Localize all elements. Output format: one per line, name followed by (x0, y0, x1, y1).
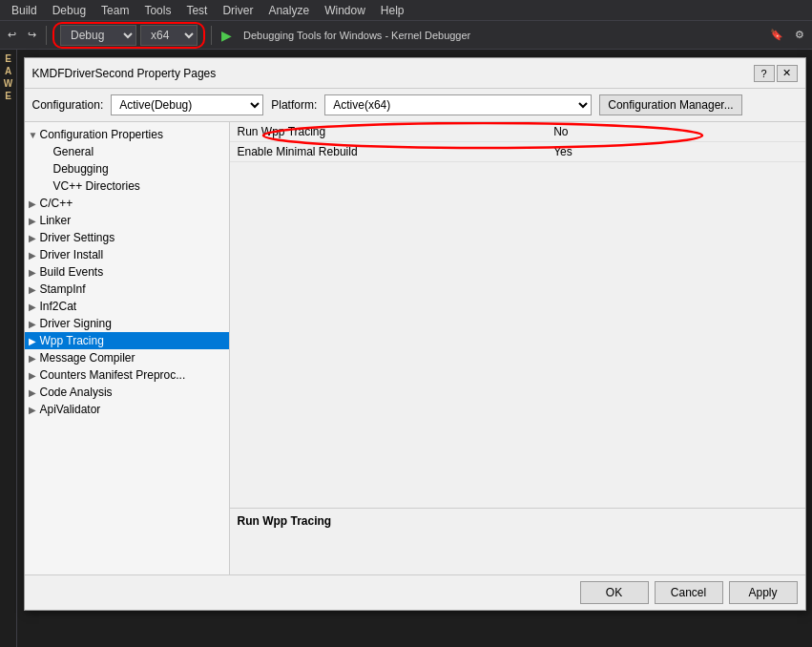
tree-label-driver-signing: Driver Signing (40, 317, 112, 330)
tree-item-stampinf[interactable]: ▶ StampInf (25, 281, 229, 298)
tree-label-inf2cat: Inf2Cat (40, 300, 77, 313)
tree-label-stampinf: StampInf (40, 282, 86, 296)
tree-label-cpp: C/C++ (40, 197, 73, 210)
tree-label-api-validator: ApiValidator (40, 403, 101, 416)
separator-2 (211, 26, 212, 45)
dialog-help-btn[interactable]: ? (754, 65, 775, 82)
dialog-close-btn[interactable]: ✕ (777, 65, 798, 82)
menu-bar: Build Debug Team Tools Test Driver Analy… (0, 0, 812, 21)
tree-item-wpp-tracing[interactable]: ▶ Wpp Tracing (25, 332, 229, 349)
dialog-footer: OK Cancel Apply (25, 574, 805, 610)
prop-row-rebuild[interactable]: Enable Minimal Rebuild Yes (230, 142, 805, 162)
menu-window[interactable]: Window (317, 2, 373, 19)
drvinstall-expand-icon: ▶ (29, 250, 40, 261)
tree-item-message-compiler[interactable]: ▶ Message Compiler (25, 349, 229, 366)
tree-item-inf2cat[interactable]: ▶ Inf2Cat (25, 298, 229, 315)
tree-item-counters[interactable]: ▶ Counters Manifest Preproc... (25, 366, 229, 384)
drvsettings-expand-icon: ▶ (29, 233, 40, 243)
platform-label: Platform: (271, 98, 317, 112)
tree-item-build-events[interactable]: ▶ Build Events (25, 263, 229, 281)
tree-item-cpp[interactable]: ▶ C/C++ (25, 195, 229, 212)
dialog-body: ▼ Configuration Properties General Debug… (25, 122, 805, 574)
run-btn[interactable]: ▶ (218, 26, 236, 45)
platform-dropdown[interactable]: x64 (140, 25, 198, 46)
menu-build[interactable]: Build (4, 2, 45, 19)
menu-tools[interactable]: Tools (136, 2, 178, 19)
menu-debug[interactable]: Debug (45, 2, 94, 19)
tree-root-label: Configuration Properties (40, 128, 163, 141)
config-manager-btn[interactable]: Configuration Manager... (599, 94, 741, 115)
property-pages-dialog: KMDFDriverSecond Property Pages ? ✕ Conf… (24, 57, 806, 611)
drvsigning-expand-icon: ▶ (29, 319, 40, 329)
settings-btn[interactable]: ⚙ (791, 27, 808, 43)
buildevents-expand-icon: ▶ (29, 267, 40, 278)
prop-row-wpp[interactable]: Run Wpp Tracing No (230, 122, 805, 142)
counters-expand-icon: ▶ (29, 370, 40, 381)
tree-item-driver-settings[interactable]: ▶ Driver Settings (25, 229, 229, 246)
msgcompiler-expand-icon: ▶ (29, 353, 40, 364)
platform-select[interactable]: Active(x64) (324, 94, 592, 115)
cancel-button[interactable]: Cancel (655, 581, 723, 604)
prop-name-rebuild: Enable Minimal Rebuild (230, 142, 547, 162)
debug-config-box: Debug x64 (52, 22, 205, 49)
root-expand-icon: ▼ (29, 130, 40, 140)
toolbar: ↩ ↪ Debug x64 ▶ Debugging Tools for Wind… (0, 21, 812, 50)
props-panel: Run Wpp Tracing No Enable Minimal Rebuil… (230, 122, 805, 574)
debug-dropdown[interactable]: Debug (60, 25, 136, 46)
main-layout: E A W E KMDFDriverSecond Property Pages … (0, 50, 812, 647)
tree-item-driver-signing[interactable]: ▶ Driver Signing (25, 315, 229, 332)
tree-root[interactable]: ▼ Configuration Properties (25, 126, 229, 143)
tree-panel: ▼ Configuration Properties General Debug… (25, 122, 230, 574)
prop-name-wpp: Run Wpp Tracing (230, 122, 547, 142)
tree-label-counters: Counters Manifest Preproc... (40, 368, 186, 382)
tree-label-build-events: Build Events (40, 265, 104, 279)
prop-value-wpp: No (546, 122, 804, 142)
inf2cat-expand-icon: ▶ (29, 302, 40, 312)
tree-item-vc-dirs[interactable]: VC++ Directories (25, 177, 229, 195)
tree-label-debugging: Debugging (53, 162, 109, 176)
tree-item-api-validator[interactable]: ▶ ApiValidator (25, 401, 229, 418)
tree-item-driver-install[interactable]: ▶ Driver Install (25, 246, 229, 263)
redo-btn[interactable]: ↪ (24, 27, 40, 43)
description-title: Run Wpp Tracing (238, 514, 798, 528)
tree-item-code-analysis[interactable]: ▶ Code Analysis (25, 384, 229, 401)
menu-team[interactable]: Team (94, 2, 136, 19)
gutter-e1: E (5, 53, 11, 64)
menu-analyze[interactable]: Analyze (260, 2, 317, 19)
apply-button[interactable]: Apply (729, 581, 798, 604)
tree-label-code-analysis: Code Analysis (40, 386, 113, 399)
tree-label-vc-dirs: VC++ Directories (53, 179, 140, 193)
gutter-w: W (4, 78, 12, 89)
gutter-e2: E (5, 91, 11, 101)
config-row: Configuration: Active(Debug) Platform: A… (25, 89, 805, 122)
gutter-a: A (5, 66, 11, 76)
config-select[interactable]: Active(Debug) (111, 94, 263, 115)
wpptracing-expand-icon: ▶ (29, 336, 40, 346)
menu-driver[interactable]: Driver (215, 2, 260, 19)
cpp-expand-icon: ▶ (29, 198, 40, 209)
separator-1 (46, 26, 47, 45)
tree-label-linker: Linker (40, 214, 72, 227)
annotation-overlay (230, 122, 805, 508)
props-table: Run Wpp Tracing No Enable Minimal Rebuil… (230, 122, 805, 162)
undo-btn[interactable]: ↩ (4, 27, 20, 43)
debugger-label: Debugging Tools for Windows - Kernel Deb… (239, 28, 474, 43)
left-gutter: E A W E (0, 50, 17, 647)
bookmark-btn[interactable]: 🔖 (766, 27, 787, 43)
properties-table: Run Wpp Tracing No Enable Minimal Rebuil… (230, 122, 805, 162)
tree-label-driver-settings: Driver Settings (40, 231, 115, 244)
props-container: Run Wpp Tracing No Enable Minimal Rebuil… (230, 122, 805, 508)
codeanalysis-expand-icon: ▶ (29, 387, 40, 398)
menu-help[interactable]: Help (373, 2, 412, 19)
dialog-controls: ? ✕ (754, 65, 798, 82)
dialog-area: KMDFDriverSecond Property Pages ? ✕ Conf… (17, 50, 812, 647)
tree-item-debugging[interactable]: Debugging (25, 160, 229, 177)
tree-label-message-compiler: Message Compiler (40, 351, 135, 365)
description-area: Run Wpp Tracing (230, 508, 805, 574)
tree-item-linker[interactable]: ▶ Linker (25, 212, 229, 229)
menu-test[interactable]: Test (178, 2, 215, 19)
dialog-title: KMDFDriverSecond Property Pages (32, 67, 217, 80)
dialog-titlebar: KMDFDriverSecond Property Pages ? ✕ (25, 58, 805, 89)
tree-item-general[interactable]: General (25, 143, 229, 160)
ok-button[interactable]: OK (580, 581, 649, 604)
